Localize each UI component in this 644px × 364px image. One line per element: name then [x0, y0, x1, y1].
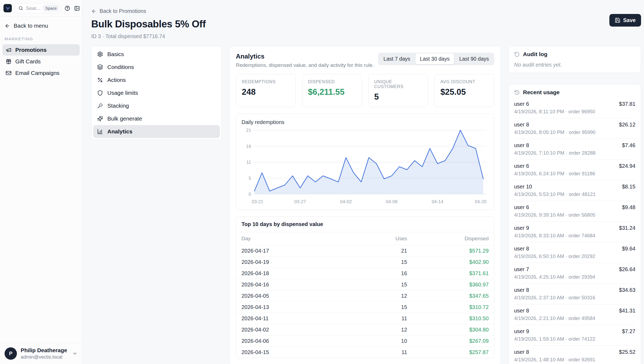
recent-usage-entry: user 8$25.524/19/2026, 1:48:10 AM · orde… [514, 346, 635, 364]
entry-amount: $8.15 [622, 184, 635, 190]
svg-text:11: 11 [246, 160, 251, 165]
analytics-card: Analytics Redemptions, dispensed value, … [229, 46, 501, 364]
cell-dispensed: $310.72 [407, 304, 489, 310]
shield-icon [97, 90, 103, 96]
sidebar-item-gift-cards[interactable]: Gift Cards [2, 56, 80, 67]
range-button-last-30-days[interactable]: Last 30 days [415, 53, 454, 64]
collapse-sidebar-icon [74, 5, 80, 11]
daily-redemptions-chart: 0511162103-2103-2704-0204-0804-1404-20 [241, 126, 489, 206]
table-row: 2026-04-1511$257.87 [236, 347, 494, 358]
rule-nav-item-usage-limits[interactable]: Usage limits [93, 86, 220, 99]
rule-nav-item-stacking[interactable]: Stacking [93, 99, 220, 112]
rule-nav-item-conditions[interactable]: Conditions [93, 61, 220, 74]
cell-uses: 12 [353, 327, 407, 333]
top-days-body: 2026-04-1721$571.292026-04-1915$402.9020… [236, 245, 494, 358]
sidebar-item-email-campaigns[interactable]: Email Campaigns [2, 67, 80, 79]
stat-label: DISPENSED [308, 79, 356, 84]
chart-title: Daily redemptions [241, 119, 489, 125]
search-input[interactable]: Sear... Space [14, 3, 61, 13]
cell-uses: 10 [353, 338, 407, 344]
stat-value: 248 [242, 87, 290, 97]
help-button[interactable] [64, 5, 71, 12]
search-shortcut-badge: Space [43, 5, 59, 12]
chart-icon [97, 129, 103, 134]
table-row: 2026-04-1111$310.50 [236, 313, 494, 324]
save-button[interactable]: Save [609, 14, 641, 27]
rule-nav-item-actions[interactable]: Actions [93, 74, 220, 86]
recent-usage-list: user 6$37.814/19/2026, 8:11:10 PM · orde… [514, 98, 635, 364]
svg-text:03-27: 03-27 [294, 199, 306, 204]
cell-dispensed: $310.50 [407, 315, 489, 322]
breadcrumb[interactable]: Back to Promotions [91, 8, 641, 14]
rule-nav-item-analytics[interactable]: Analytics [93, 125, 220, 138]
entry-meta: 4/19/2026, 1:48:10 AM · order 92691 [514, 357, 635, 363]
table-row: 2026-04-1816$371.61 [236, 268, 494, 279]
stat-cards: REDEMPTIONS248DISPENSED$6,211.55UNIQUE C… [236, 74, 494, 107]
user-name: Philip Deatherage [21, 347, 67, 354]
sidebar-item-promotions[interactable]: Promotions [2, 44, 80, 56]
megaphone-icon [6, 47, 12, 53]
recent-usage-entry: user 6$37.814/19/2026, 8:11:10 PM · orde… [514, 98, 635, 118]
entry-amount: $9.64 [622, 246, 635, 252]
cell-day: 2026-04-19 [241, 259, 353, 265]
rule-nav-item-basics[interactable]: Basics [93, 48, 220, 61]
sidebar-nav: PromotionsGift CardsEmail Campaigns [0, 44, 82, 79]
rule-nav-item-bulk-generate[interactable]: Bulk generate [93, 112, 220, 125]
top-days-title: Top 10 days by dispensed value [236, 217, 494, 232]
cell-uses: 11 [353, 315, 407, 322]
recent-usage-entry: user 7$26.644/19/2026, 4:25:10 AM · orde… [514, 263, 635, 284]
avatar: P [5, 347, 17, 360]
entry-meta: 4/19/2026, 2:21:10 AM · order 49584 [514, 315, 635, 321]
top-days-panel: Top 10 days by dispensed value Day Uses … [236, 216, 494, 358]
entry-amount: $24.94 [619, 163, 635, 169]
entry-meta: 4/19/2026, 2:37:10 AM · order 50316 [514, 295, 635, 301]
audit-log-card: Audit log No audit entries yet. [508, 46, 641, 73]
recent-usage-entry: user 6$9.484/19/2026, 9:39:10 AM · order… [514, 201, 635, 222]
svg-text:5: 5 [249, 176, 251, 181]
collapse-sidebar-button[interactable] [74, 5, 80, 12]
recent-usage-entry: user 10$8.154/19/2026, 5:53:10 PM · orde… [514, 180, 635, 201]
back-to-menu[interactable]: Back to menu [0, 17, 82, 31]
arrow-left-icon [91, 9, 97, 14]
rule-nav-item-label: Basics [107, 51, 124, 57]
rule-nav-item-label: Actions [107, 77, 126, 83]
recent-usage-entry: user 9$31.244/19/2026, 8:33:10 AM · orde… [514, 222, 635, 242]
entry-meta: 4/19/2026, 8:05:10 PM · order 95990 [514, 129, 635, 135]
entry-amount: $37.81 [619, 101, 635, 107]
top-days-header: Day Uses Dispensed [236, 232, 494, 245]
stat-label: REDEMPTIONS [242, 79, 290, 84]
entry-user: user 8 [514, 122, 529, 128]
column-header-dispensed: Dispensed [407, 236, 489, 242]
chevron-down-icon [72, 351, 78, 356]
table-row: 2026-04-1615$360.97 [236, 279, 494, 290]
recent-usage-card: Recent usage user 6$37.814/19/2026, 8:11… [508, 84, 641, 364]
cell-day: 2026-04-05 [241, 293, 353, 299]
entry-user: user 8 [514, 308, 529, 314]
svg-text:04-20: 04-20 [475, 199, 486, 204]
recent-usage-entry: user 8$7.464/19/2026, 7:10:10 PM · order… [514, 139, 635, 160]
main-content: Back to Promotions Bulk Disposables 5% O… [82, 0, 644, 364]
cell-dispensed: $571.29 [407, 248, 489, 254]
help-icon [64, 5, 70, 11]
sidebar-topbar: Sear... Space [0, 0, 82, 17]
entry-meta: 4/19/2026, 7:10:10 PM · order 28288 [514, 150, 635, 156]
entry-user: user 6 [514, 163, 529, 169]
cell-day: 2026-04-18 [241, 270, 353, 276]
page-title: Bulk Disposables 5% Off [91, 19, 641, 30]
analytics-subtitle: Redemptions, dispensed value, and daily … [236, 62, 374, 68]
entry-user: user 8 [514, 287, 529, 293]
stat-label: UNIQUE CUSTOMERS [374, 79, 422, 89]
entry-amount: $41.31 [619, 308, 635, 314]
user-menu[interactable]: P Philip Deatherage admin@vectis.local [0, 343, 82, 364]
page-subtitle: ID 3 · Total dispensed $7716.74 [91, 33, 641, 39]
cell-uses: 15 [353, 259, 407, 265]
search-placeholder: Sear... [26, 5, 41, 11]
range-button-last-90-days[interactable]: Last 90 days [455, 53, 493, 64]
cell-uses: 16 [353, 270, 407, 276]
table-row: 2026-04-0212$304.80 [236, 324, 494, 335]
cell-dispensed: $347.65 [407, 293, 489, 299]
app-root: Sear... Space Back to menu MARKETING Pro… [0, 0, 644, 364]
svg-text:16: 16 [246, 144, 251, 149]
range-button-last-7-days[interactable]: Last 7 days [379, 53, 415, 64]
stat-value: 5 [374, 92, 422, 102]
